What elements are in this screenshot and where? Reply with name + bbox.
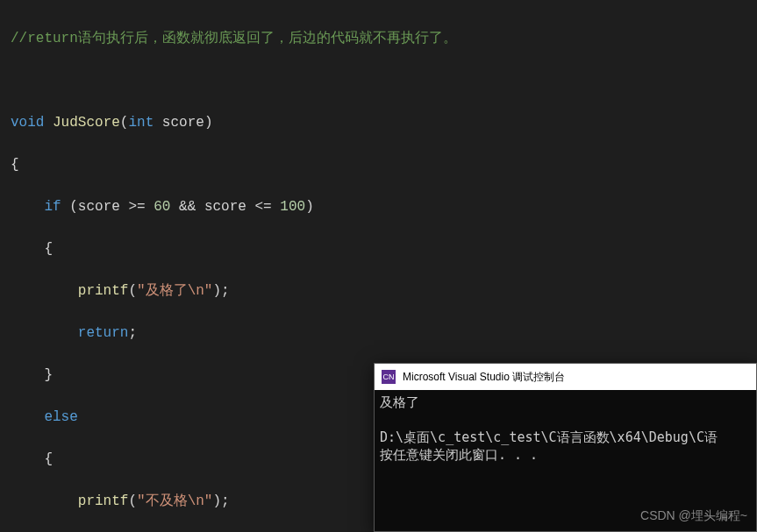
func-printf: printf bbox=[78, 283, 129, 299]
comment-line: //return语句执行后，函数就彻底返回了，后边的代码就不再执行了。 bbox=[11, 31, 457, 46]
vs-icon: CN bbox=[382, 370, 396, 384]
debug-console-window[interactable]: CN Microsoft Visual Studio 调试控制台 及格了 D:\… bbox=[374, 363, 757, 532]
keyword-void: void bbox=[11, 115, 44, 131]
console-output: 及格了 D:\桌面\c_test\c_test\C语言函数\x64\Debug\… bbox=[375, 390, 756, 467]
watermark: CSDN @埋头编程~ bbox=[640, 508, 747, 524]
keyword-return: return bbox=[78, 325, 129, 341]
func-judscore: JudScore bbox=[53, 115, 120, 131]
keyword-if: if bbox=[44, 199, 61, 215]
keyword-else: else bbox=[44, 409, 77, 425]
param-score: score bbox=[162, 115, 204, 131]
string-pass: "及格了\n" bbox=[137, 283, 212, 299]
string-fail: "不及格\n" bbox=[137, 493, 212, 509]
console-titlebar[interactable]: CN Microsoft Visual Studio 调试控制台 bbox=[375, 364, 756, 390]
console-title: Microsoft Visual Studio 调试控制台 bbox=[403, 370, 565, 385]
